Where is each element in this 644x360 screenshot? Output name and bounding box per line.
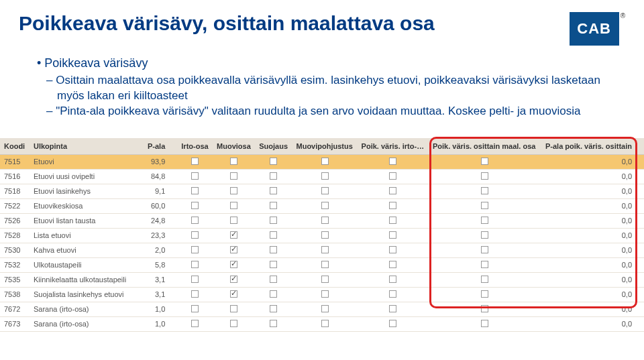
checkbox-icon[interactable] <box>270 276 277 283</box>
checkbox-icon[interactable] <box>191 261 199 268</box>
table-row[interactable]: 7522Etuovikeskiosa60,00,0 <box>0 198 644 213</box>
checkbox-icon[interactable] <box>389 217 396 224</box>
checkbox-icon[interactable] <box>321 276 329 283</box>
col-poik-irto[interactable]: Poik. väris. irto-… <box>358 138 429 155</box>
checkbox-icon[interactable] <box>389 320 396 327</box>
table-row[interactable]: 7535Kiinnikelaatta ulkotaustapeili3,10,0 <box>0 272 644 287</box>
table-row[interactable]: 7518Etuovi lasinkehys9,10,0 <box>0 184 644 198</box>
checkbox-icon[interactable] <box>321 231 329 239</box>
checkbox-icon[interactable] <box>230 290 237 298</box>
checkbox-icon[interactable] <box>321 305 329 312</box>
col-muoviosa[interactable]: Muoviosa <box>213 138 255 155</box>
col-muovip[interactable]: Muovipohjustus <box>292 138 358 155</box>
checkbox-icon[interactable] <box>481 320 488 327</box>
checkbox-icon[interactable] <box>481 217 488 224</box>
checkbox-icon[interactable] <box>389 187 396 194</box>
cell-code: 7515 <box>0 154 30 169</box>
checkbox-icon[interactable] <box>230 202 237 209</box>
table-row[interactable]: 7530Kahva etuovi2,00,0 <box>0 243 644 257</box>
table-row[interactable]: 7672Sarana (irto-osa)1,00,0 <box>0 302 644 316</box>
checkbox-icon[interactable] <box>191 305 199 312</box>
checkbox-icon[interactable] <box>481 290 488 298</box>
checkbox-icon[interactable] <box>389 246 396 253</box>
checkbox-icon[interactable] <box>191 187 199 194</box>
checkbox-icon[interactable] <box>270 320 277 327</box>
table-row[interactable]: 7538Suojalista lasinkehys etuovi3,10,0 <box>0 287 644 302</box>
table-row[interactable]: 7515Etuovi93,90,0 <box>0 154 644 169</box>
col-ulkopinta[interactable]: Ulkopinta <box>30 138 144 155</box>
cell-code: 7672 <box>0 302 30 316</box>
checkbox-icon[interactable] <box>270 217 277 224</box>
checkbox-icon[interactable] <box>230 246 237 253</box>
cell-poik-irto <box>358 213 429 228</box>
checkbox-icon[interactable] <box>191 202 199 209</box>
table-row[interactable]: 7516Etuovi uusi ovipelti84,80,0 <box>0 169 644 184</box>
col-p-ala-poik[interactable]: P-ala poik. väris. osittain <box>541 138 644 155</box>
checkbox-icon[interactable] <box>270 290 277 298</box>
checkbox-icon[interactable] <box>270 231 277 239</box>
checkbox-icon[interactable] <box>191 231 199 239</box>
checkbox-icon[interactable] <box>191 217 199 224</box>
checkbox-icon[interactable] <box>389 261 396 268</box>
checkbox-icon[interactable] <box>270 202 277 209</box>
checkbox-icon[interactable] <box>321 217 329 224</box>
checkbox-icon[interactable] <box>481 158 488 165</box>
checkbox-icon[interactable] <box>321 320 329 327</box>
checkbox-icon[interactable] <box>321 202 329 209</box>
checkbox-icon[interactable] <box>230 187 237 194</box>
checkbox-icon[interactable] <box>481 261 488 268</box>
checkbox-icon[interactable] <box>389 231 396 239</box>
checkbox-icon[interactable] <box>481 172 488 180</box>
cell-poik-irto <box>358 316 429 331</box>
checkbox-icon[interactable] <box>270 305 277 312</box>
checkbox-icon[interactable] <box>230 305 237 312</box>
checkbox-icon[interactable] <box>230 172 237 180</box>
checkbox-icon[interactable] <box>270 187 277 194</box>
checkbox-icon[interactable] <box>191 158 199 165</box>
col-koodi[interactable]: Koodi <box>0 138 30 155</box>
checkbox-icon[interactable] <box>321 246 329 253</box>
checkbox-icon[interactable] <box>321 187 329 194</box>
checkbox-icon[interactable] <box>481 187 488 194</box>
checkbox-icon[interactable] <box>481 202 488 209</box>
checkbox-icon[interactable] <box>270 172 277 180</box>
checkbox-icon[interactable] <box>389 158 396 165</box>
checkbox-icon[interactable] <box>270 246 277 253</box>
col-pala[interactable]: P-ala <box>144 138 177 155</box>
checkbox-icon[interactable] <box>481 276 488 283</box>
checkbox-icon[interactable] <box>389 202 396 209</box>
checkbox-icon[interactable] <box>191 276 199 283</box>
table-row[interactable]: 7526Etuovi listan tausta24,80,0 <box>0 213 644 228</box>
checkbox-icon[interactable] <box>389 305 396 312</box>
checkbox-icon[interactable] <box>389 276 396 283</box>
checkbox-icon[interactable] <box>481 231 488 239</box>
cell-name: Etuovi uusi ovipelti <box>30 169 144 184</box>
checkbox-icon[interactable] <box>481 246 488 253</box>
checkbox-icon[interactable] <box>230 158 237 165</box>
checkbox-icon[interactable] <box>230 261 237 268</box>
checkbox-icon[interactable] <box>321 261 329 268</box>
checkbox-icon[interactable] <box>191 320 199 327</box>
col-irto[interactable]: Irto-osa <box>177 138 213 155</box>
checkbox-icon[interactable] <box>230 320 237 327</box>
checkbox-icon[interactable] <box>230 217 237 224</box>
col-suojaus[interactable]: Suojaus <box>255 138 292 155</box>
checkbox-icon[interactable] <box>191 290 199 298</box>
checkbox-icon[interactable] <box>389 172 396 180</box>
checkbox-icon[interactable] <box>321 290 329 298</box>
checkbox-icon[interactable] <box>389 290 396 298</box>
checkbox-icon[interactable] <box>270 261 277 268</box>
cell-code: 7526 <box>0 213 30 228</box>
checkbox-icon[interactable] <box>230 276 237 283</box>
checkbox-icon[interactable] <box>481 305 488 312</box>
table-row[interactable]: 7673Sarana (irto-osa)1,00,0 <box>0 316 644 331</box>
checkbox-icon[interactable] <box>230 231 237 239</box>
checkbox-icon[interactable] <box>321 172 329 180</box>
checkbox-icon[interactable] <box>191 246 199 253</box>
checkbox-icon[interactable] <box>321 158 329 165</box>
table-row[interactable]: 7532Ulkotaustapeili5,80,0 <box>0 257 644 272</box>
checkbox-icon[interactable] <box>270 158 277 165</box>
col-poik-osittain[interactable]: Poik. väris. osittain maal. osa <box>429 138 541 155</box>
table-row[interactable]: 7528Lista etuovi23,30,0 <box>0 228 644 243</box>
checkbox-icon[interactable] <box>191 172 199 180</box>
